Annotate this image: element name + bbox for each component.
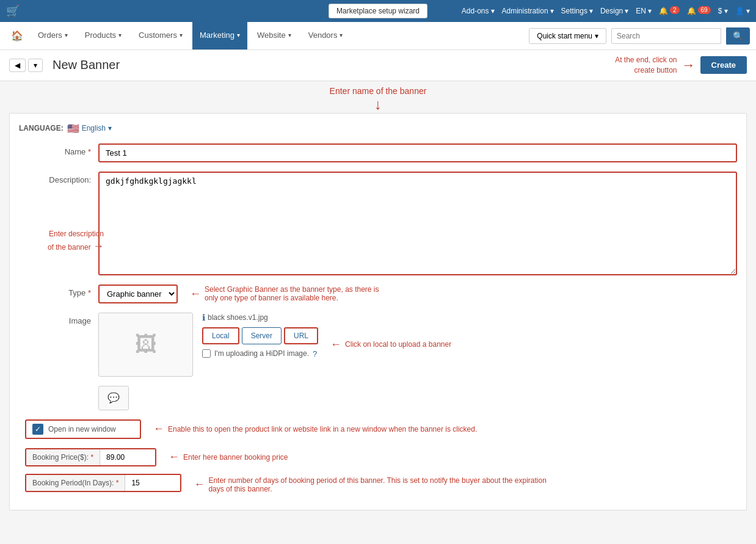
search-button[interactable]: 🔍 xyxy=(726,27,750,45)
image-section: Image 🖼 ℹ black shoes.v1.jpg Local Serve… xyxy=(19,313,318,377)
currency-menu[interactable]: $ ▾ xyxy=(718,7,728,15)
hidpi-row: I'm uploading a HiDPI image. ? xyxy=(202,349,318,358)
booking-price-hint: ← Enter here banner booking price xyxy=(156,451,737,463)
open-window-hint-arrow: ← xyxy=(153,423,164,435)
type-select[interactable]: Graphic banner xyxy=(98,285,178,303)
language-select[interactable]: 🇺🇸 English ▾ xyxy=(67,123,112,134)
create-hint-text: At the end, click oncreate button xyxy=(615,55,677,76)
booking-period-hint-text: Enter number of days of booking period o… xyxy=(208,476,546,493)
local-hint-arrow: ← xyxy=(330,338,341,351)
alerts-badge: 69 xyxy=(698,6,711,14)
description-hint: Enter descriptionof the banner → xyxy=(6,229,104,255)
name-hint-banner: Enter name of the banner ↓ xyxy=(0,81,756,113)
name-required: * xyxy=(88,147,91,156)
form-wrapper: Enter descriptionof the banner → LANGUAG… xyxy=(9,113,747,510)
image-info-icon[interactable]: ℹ xyxy=(202,313,205,322)
content-area: Enter name of the banner ↓ Enter descrip… xyxy=(0,81,756,517)
name-group: Name * xyxy=(19,143,737,162)
url-button[interactable]: URL xyxy=(284,327,318,344)
open-window-checkbox[interactable]: ✓ xyxy=(32,424,43,435)
nav-item-customers[interactable]: Customers ▾ xyxy=(131,22,190,49)
customers-caret: ▾ xyxy=(180,32,183,38)
language-value: English xyxy=(82,124,106,132)
open-window-checkbox-box: ✓ Open in new window xyxy=(25,419,141,439)
booking-period-row: Booking Period(In Days): * ← Enter numbe… xyxy=(19,474,737,493)
user-menu[interactable]: 👤 ▾ xyxy=(735,7,750,15)
website-caret: ▾ xyxy=(288,32,291,38)
form-container: LANGUAGE: 🇺🇸 English ▾ Name * Descriptio… xyxy=(9,113,747,510)
vendors-caret: ▾ xyxy=(340,32,343,38)
create-button[interactable]: Create xyxy=(700,56,747,74)
booking-period-box: Booking Period(In Days): * xyxy=(25,474,181,492)
description-group: Description: gdkjfghdkgklgjagkkl xyxy=(19,172,737,275)
nav-item-vendors[interactable]: Vendors ▾ xyxy=(301,22,351,49)
booking-price-box: Booking Price($): * xyxy=(25,448,156,466)
nav-item-products[interactable]: Products ▾ xyxy=(78,22,129,49)
page-header: ◀ ▾ New Banner At the end, click oncreat… xyxy=(0,50,756,81)
home-icon[interactable]: 🏠 xyxy=(6,27,28,44)
thumbnail-box: 💬 xyxy=(98,386,129,410)
hidpi-help-icon[interactable]: ? xyxy=(313,349,317,358)
nav-item-website[interactable]: Website ▾ xyxy=(250,22,299,49)
language-menu[interactable]: EN ▾ xyxy=(636,7,652,15)
nav-down-button[interactable]: ▾ xyxy=(28,59,43,72)
description-textarea[interactable]: gdkjfghdkgklgjagkkl xyxy=(98,172,737,275)
local-button[interactable]: Local xyxy=(202,327,239,344)
language-caret: ▾ xyxy=(108,124,112,132)
top-bar-right: Add-ons ▾ Administration ▾ Settings ▾ De… xyxy=(462,7,750,15)
name-input[interactable] xyxy=(98,143,737,162)
thumbnail-icon: 💬 xyxy=(107,392,120,404)
booking-period-hint-arrow: ← xyxy=(194,478,205,491)
notifications-icon[interactable]: 🔔 2 xyxy=(659,7,680,15)
addons-menu[interactable]: Add-ons ▾ xyxy=(462,7,495,15)
alerts-icon[interactable]: 🔔 69 xyxy=(687,7,711,15)
create-hint-arrow: → xyxy=(682,57,696,73)
booking-price-label: Booking Price($): * xyxy=(26,449,100,465)
open-window-hint: ← Enable this to open the product link o… xyxy=(141,423,737,435)
wizard-button[interactable]: Marketplace setup wizard xyxy=(329,4,427,18)
booking-price-hint-arrow: ← xyxy=(169,451,180,463)
nav-item-marketing[interactable]: Marketing ▾ xyxy=(192,22,247,49)
booking-period-hint: ← Enter number of days of booking period… xyxy=(181,476,737,493)
orders-caret: ▾ xyxy=(65,32,68,38)
booking-period-input[interactable] xyxy=(125,475,180,491)
booking-price-input[interactable] xyxy=(100,449,155,465)
flag-icon: 🇺🇸 xyxy=(67,123,79,134)
type-hint-text: Select Graphic Banner as the banner type… xyxy=(205,285,379,302)
design-menu[interactable]: Design ▾ xyxy=(600,7,628,15)
name-hint-arrow: ↓ xyxy=(0,96,756,113)
nav-right: Quick start menu ▾ 🔍 xyxy=(529,27,750,45)
products-caret: ▾ xyxy=(118,32,122,38)
top-bar: 🛒 Marketplace setup wizard Add-ons ▾ Adm… xyxy=(0,0,756,22)
hidpi-label: I'm uploading a HiDPI image. xyxy=(214,349,309,358)
booking-price-hint-text: Enter here banner booking price xyxy=(183,453,288,462)
administration-menu[interactable]: Administration ▾ xyxy=(502,7,554,15)
search-input[interactable] xyxy=(611,28,721,44)
nav-arrows: ◀ ▾ xyxy=(9,59,43,72)
booking-period-label: Booking Period(In Days): * xyxy=(26,475,125,491)
type-group: Type * Graphic banner xyxy=(19,285,178,303)
type-hint-arrow: ← xyxy=(190,288,201,300)
quick-menu-caret: ▾ xyxy=(595,32,598,40)
back-button[interactable]: ◀ xyxy=(9,59,26,72)
settings-menu[interactable]: Settings ▾ xyxy=(561,7,593,15)
name-hint-text: Enter name of the banner xyxy=(330,86,427,96)
language-bar: LANGUAGE: 🇺🇸 English ▾ xyxy=(19,123,737,134)
type-row: Type * Graphic banner ← Select Graphic B… xyxy=(19,285,737,303)
nav-item-orders[interactable]: Orders ▾ xyxy=(31,22,75,49)
image-filename: ℹ black shoes.v1.jpg xyxy=(202,313,318,322)
top-bar-center: Marketplace setup wizard xyxy=(329,4,427,18)
type-label: Type * xyxy=(19,285,98,297)
image-preview: 🖼 xyxy=(98,313,193,377)
quick-menu-button[interactable]: Quick start menu ▾ xyxy=(529,28,606,44)
local-hint-text: Click on local to upload a banner xyxy=(345,340,451,349)
language-label: LANGUAGE: xyxy=(19,124,64,132)
type-hint: ← Select Graphic Banner as the banner ty… xyxy=(178,285,737,302)
hidpi-checkbox[interactable] xyxy=(202,349,211,358)
open-window-label: Open in new window xyxy=(48,425,116,433)
open-window-row: ✓ Open in new window ← Enable this to op… xyxy=(19,419,737,439)
cart-icon[interactable]: 🛒 xyxy=(6,4,20,18)
server-button[interactable]: Server xyxy=(242,327,282,344)
image-placeholder-icon: 🖼 xyxy=(135,332,157,357)
top-bar-left: 🛒 xyxy=(6,4,20,18)
